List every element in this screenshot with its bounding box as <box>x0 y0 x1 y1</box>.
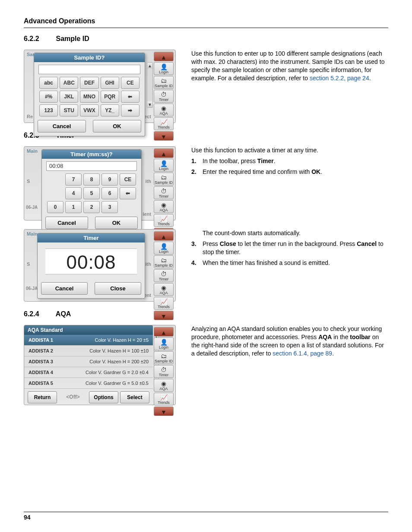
sample-id-panel: Sample ID Re ect Sample ID? abc ABC DEF … <box>24 50 176 123</box>
sidebar-sampleid[interactable]: 🗂Sample ID <box>154 255 174 268</box>
key-backspace-icon[interactable]: ⬅ <box>120 187 136 199</box>
sidebar-trends[interactable]: 📈Trends <box>154 393 174 406</box>
sidebar-login[interactable]: 👤Login <box>154 242 174 255</box>
sidebar-up-icon[interactable]: ▲ <box>154 52 174 61</box>
sample-id-input[interactable] <box>38 65 140 74</box>
aqa-off-label: <Off> <box>59 391 87 403</box>
timer-intro: Use this function to activate a timer at… <box>191 146 388 154</box>
timer-input[interactable]: 00:08 <box>46 161 137 171</box>
key-0[interactable]: 0 <box>47 201 63 213</box>
sidebar-sampleid[interactable]: 🗂Sample ID <box>154 76 174 89</box>
key-8[interactable]: 8 <box>83 173 100 186</box>
aqa-row-5[interactable]: ADDISTA 5Color V. Gardner G = 5.0 ±0.5 <box>24 378 153 389</box>
section-622-num: 6.2.2 <box>24 35 54 43</box>
key-JKL[interactable]: JKL <box>60 91 78 103</box>
link-614[interactable]: section 6.1.4, page 89 <box>273 350 332 357</box>
key-abc[interactable]: abc <box>39 77 58 89</box>
key-DEF[interactable]: DEF <box>80 77 98 89</box>
sidebar-trends[interactable]: 📈Trends <box>154 297 174 310</box>
scroll-down-icon[interactable]: ▼ <box>147 101 152 107</box>
toolbar-sidebar: ▲ 👤Login 🗂Sample ID ⏱Timer ◉AQA 📈Trends … <box>154 327 174 403</box>
key-GHI[interactable]: GHI <box>101 77 119 89</box>
timer-dialog: Timer (mm:ss)? 00:08 7 8 9 CE 4 5 6 ⬅ <box>41 149 142 233</box>
sidebar-aqa[interactable]: ◉AQA <box>154 104 174 116</box>
timer-dialog-title: Timer (mm:ss)? <box>42 150 141 159</box>
sidebar-down-icon[interactable]: ▼ <box>154 406 174 416</box>
key-7[interactable]: 7 <box>65 173 82 186</box>
sidebar-sampleid[interactable]: 🗂Sample ID <box>154 351 174 364</box>
sidebar-login[interactable]: 👤Login <box>154 159 174 172</box>
sidebar-trends[interactable]: 📈Trends <box>154 214 174 227</box>
aqa-select-button[interactable]: Select <box>120 391 149 403</box>
sidebar-aqa[interactable]: ◉AQA <box>154 379 174 392</box>
key-6[interactable]: 6 <box>101 187 118 199</box>
key-2[interactable]: 2 <box>83 201 100 213</box>
sidebar-login[interactable]: 👤Login <box>154 337 174 350</box>
step-num-3: 3. <box>191 240 203 256</box>
aqa-paragraph: Analyzing an AQA standard solution enabl… <box>191 325 388 358</box>
sidebar-up-icon[interactable]: ▲ <box>154 327 174 337</box>
key-YZ[interactable]: YZ_ <box>101 104 119 116</box>
ok-button[interactable]: OK <box>93 120 141 132</box>
key-back-icon[interactable]: ⬅ <box>121 91 139 103</box>
sidebar-up-icon[interactable]: ▲ <box>154 148 174 158</box>
sidebar-timer[interactable]: ⏱Timer <box>154 365 174 378</box>
key-1[interactable]: 1 <box>65 201 82 213</box>
aqa-row-4[interactable]: ADDISTA 4Color V. Gardner G = 2.0 ±0.4 <box>24 367 153 378</box>
sidebar-aqa[interactable]: ◉AQA <box>154 283 174 296</box>
timer-cancel-button[interactable]: Cancel <box>45 217 88 229</box>
key-ce[interactable]: CE <box>120 173 136 186</box>
bg-06ja: 06-JA <box>26 205 38 210</box>
sidebar-timer[interactable]: ⏱Timer <box>154 186 174 199</box>
key-MNO[interactable]: MNO <box>80 91 98 103</box>
key-PQR[interactable]: PQR <box>101 91 119 103</box>
aqa-options-button[interactable]: Options <box>89 391 118 403</box>
timer-input-panel: Main S ith 06-JA ient Timer (mm:ss)? 00:… <box>24 146 176 220</box>
key-3[interactable]: 3 <box>101 201 118 213</box>
sidebar-timer[interactable]: ⏱Timer <box>154 269 174 282</box>
sidebar-login[interactable]: 👤Login <box>154 62 174 75</box>
sidebar-down-icon[interactable]: ▼ <box>154 131 174 141</box>
countdown-close-button[interactable]: Close <box>95 282 141 295</box>
bg-ith2: ith <box>146 261 151 267</box>
aqa-row-2[interactable]: ADDISTA 2Color V. Hazen H = 100 ±10 <box>24 346 153 356</box>
sidebar-down-icon[interactable]: ▼ <box>154 311 174 320</box>
aqa-return-button[interactable]: Return <box>28 391 57 403</box>
scrollbar[interactable]: ▲ ▼ <box>147 62 153 108</box>
aqa-row-3[interactable]: ADDISTA 3Color V. Hazen H = 200 ±20 <box>24 356 153 367</box>
cancel-button[interactable]: Cancel <box>38 120 86 132</box>
link-522[interactable]: section 5.2.2, page 24 <box>310 75 369 82</box>
page-number: 94 <box>24 512 388 521</box>
sidebar-up-icon[interactable]: ▲ <box>154 231 174 241</box>
countdown-cancel-button[interactable]: Cancel <box>41 282 88 295</box>
key-4[interactable]: 4 <box>65 187 82 199</box>
key-hash[interactable]: #% <box>39 91 58 103</box>
aqa-title: AQA Standard <box>24 325 153 335</box>
countdown-value: 00:08 <box>45 249 137 274</box>
key-STU[interactable]: STU <box>60 104 78 116</box>
bg-s: S <box>27 179 30 184</box>
key-123[interactable]: 123 <box>39 104 58 116</box>
key-9[interactable]: 9 <box>101 173 118 186</box>
sidebar-trends[interactable]: 📈Trends <box>154 117 174 130</box>
key-VWX[interactable]: VWX <box>80 104 98 116</box>
sidebar-timer[interactable]: ⏱Timer <box>154 90 174 103</box>
sidebar-sampleid[interactable]: 🗂Sample ID <box>154 173 174 186</box>
page-header: Advanced Operations <box>24 17 388 28</box>
key-5[interactable]: 5 <box>83 187 100 199</box>
scroll-up-icon[interactable]: ▲ <box>147 63 152 69</box>
key-CE[interactable]: CE <box>121 77 139 89</box>
toolbar-sidebar: ▲ 👤Login 🗂Sample ID ⏱Timer ◉AQA 📈Trends … <box>154 148 174 218</box>
toolbar-sidebar: ▲ 👤Login 🗂Sample ID ⏱Timer ◉AQA 📈Trends … <box>154 52 174 121</box>
countdown-dialog-title: Timer <box>38 233 145 242</box>
section-622-name: Sample ID <box>56 35 89 42</box>
key-right-icon[interactable]: ➡ <box>121 104 139 116</box>
key-ABC-upper[interactable]: ABC <box>60 77 78 89</box>
toolbar-sidebar: ▲ 👤Login 🗂Sample ID ⏱Timer ◉AQA 📈Trends … <box>154 231 174 299</box>
sidebar-aqa[interactable]: ◉AQA <box>154 200 174 213</box>
section-624-name: AQA <box>56 310 71 318</box>
aqa-row-1[interactable]: ADDISTA 1Color V. Hazen H = 20 ±5 <box>24 335 153 346</box>
step-3-text: Press Close to let the timer run in the … <box>203 240 388 256</box>
timer-ok-button[interactable]: OK <box>95 217 138 229</box>
section-624-num: 6.2.4 <box>24 310 54 318</box>
